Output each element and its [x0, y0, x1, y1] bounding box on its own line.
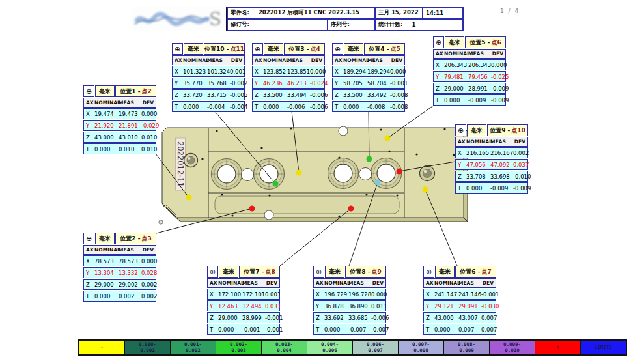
deviation-value: 0.000	[390, 68, 408, 75]
col-dev: DEV	[481, 280, 496, 286]
deviation-value: 0.001	[265, 291, 283, 298]
col-dev: DEV	[141, 100, 156, 106]
measured-value: 33.685	[348, 315, 371, 321]
legend-range-line2: 0.010	[505, 348, 520, 354]
measured-value: 29.002	[119, 281, 141, 288]
svg-text:S: S	[209, 8, 221, 30]
deviation-value: -0.001	[481, 291, 501, 298]
unit-label: 毫米	[184, 43, 203, 55]
revision-label: 修订号:	[231, 21, 249, 29]
deviation-value: 0.002	[513, 150, 531, 156]
box-column-headers: AX NOMINAL MEAS DEV	[313, 278, 386, 288]
nominal-value: 33.692	[324, 315, 348, 321]
nominal-value: 29.121	[434, 303, 458, 309]
box-title-point: 点11	[230, 45, 244, 53]
datum-crosshair-icon: ⊕	[83, 85, 94, 97]
measurement-row: Y 47.056 47.092 0.037	[455, 159, 528, 170]
measured-value: 189.294	[367, 68, 390, 75]
col-ax: AX	[173, 57, 183, 63]
unit-label: 毫米	[344, 43, 363, 55]
nominal-value: 0.000	[444, 97, 468, 104]
unit-label: 毫米	[445, 36, 464, 48]
col-dev: DEV	[310, 57, 324, 63]
deviation-value: -0.005	[230, 92, 249, 98]
nominal-value: 0.000	[94, 293, 119, 300]
datum-crosshair-icon: ⊕	[252, 43, 263, 55]
measurement-row: X 123.852 123.851 0.000	[252, 66, 325, 77]
axis-label: T	[424, 326, 434, 333]
deviation-value: 0.002	[141, 293, 159, 300]
nominal-value: 36.878	[324, 303, 348, 309]
nominal-value: 0.000	[324, 326, 348, 333]
deviation-color-legend: - 0.000- 0.001 0.001- 0.002 0.002- 0.003…	[78, 339, 627, 356]
measured-value: 43.010	[119, 134, 141, 141]
unit-label: 毫米	[467, 124, 486, 136]
nominal-value: 206.343	[444, 62, 468, 68]
deviation-value: 0.000	[141, 258, 159, 265]
measurement-row: Y 21.920 21.891 -0.029	[83, 120, 156, 131]
measured-value: -0.009	[490, 185, 513, 192]
deviation-value: -0.029	[141, 122, 161, 129]
small-hole	[264, 210, 273, 220]
legend-range-cell: 0.002- 0.003	[216, 341, 262, 354]
serial-cell: 序列号:	[327, 20, 374, 30]
deviation-value: 0.000	[141, 111, 159, 117]
measurement-row: T 0.000 0.007 0.007	[423, 324, 496, 335]
col-ax: AX	[84, 247, 94, 253]
bottom-pocket	[215, 196, 399, 214]
nominal-value: 0.000	[94, 146, 119, 152]
col-ax: AX	[456, 139, 466, 145]
nominal-value: 33.500	[343, 92, 367, 98]
box-title-row: ⊕ 毫米 位置1 - 点2	[83, 85, 156, 97]
measured-value: 33.715	[207, 92, 230, 98]
deviation-value: -0.030	[481, 303, 501, 309]
measurement-callout-box: ⊕ 毫米 位置4 - 点5 AX NOMINAL MEAS DEV X 189.…	[332, 43, 405, 112]
legend-range-cell: 0.001- 0.002	[171, 341, 216, 354]
measured-value: 0.002	[119, 293, 141, 300]
deviation-value: 0.011	[371, 303, 389, 309]
time-cell: 14:11	[422, 8, 462, 18]
measured-value: 172.101	[242, 291, 265, 298]
box-title-position: 位置6 -	[460, 268, 480, 276]
axis-label: Y	[173, 80, 183, 87]
datum-crosshair-icon: ⊕	[455, 124, 466, 136]
col-ax: AX	[208, 280, 218, 286]
box-column-headers: AX NOMINAL MEAS DEV	[83, 98, 156, 108]
axis-label: Y	[456, 162, 466, 168]
legend-range-line1: +	[556, 345, 559, 351]
unit-label: 毫米	[325, 266, 344, 278]
col-nominal: NOMINAL	[324, 280, 348, 286]
axis-label: T	[84, 146, 94, 152]
box-title-point: 点9	[371, 268, 381, 276]
bore-hole	[328, 158, 359, 189]
header-info-table: 零件名: 2022012 后模呵11 CNC 2022.3.15 三月 15, …	[227, 7, 464, 31]
axis-label: Y	[314, 303, 324, 309]
deviation-value: -0.004	[230, 104, 249, 110]
box-column-headers: AX NOMINAL MEAS DEV	[423, 278, 496, 288]
axis-label: T	[84, 293, 94, 300]
legend-range-line1: LIMITS	[595, 345, 612, 351]
box-title-row: ⊕ 毫米 位置6 - 点7	[423, 266, 496, 278]
legend-range-cell: 0.009- 0.010	[490, 341, 535, 354]
measured-value: 33.492	[367, 92, 390, 98]
nominal-value: 123.852	[263, 68, 287, 75]
deviation-value: -0.009	[491, 85, 511, 92]
nominal-value: 19.474	[94, 111, 119, 117]
datum-crosshair-icon: ⊕	[207, 266, 218, 278]
nominal-value: 35.770	[183, 80, 207, 87]
deviation-value: 0.028	[141, 270, 159, 276]
measured-value: 46.213	[287, 80, 310, 87]
box-title-position: 位置4 -	[369, 45, 389, 53]
col-dev: DEV	[265, 280, 279, 286]
nominal-value: 0.000	[466, 185, 490, 192]
axis-label: Y	[84, 122, 94, 129]
measured-value: 19.473	[119, 111, 141, 117]
col-meas: MEAS	[242, 280, 265, 286]
box-title-position: 位置3 -	[288, 45, 309, 53]
col-meas: MEAS	[458, 280, 481, 286]
measurement-row: X 189.294 189.294 0.000	[332, 66, 405, 77]
box-title: 位置1 - 点2	[115, 85, 156, 97]
measurement-callout-box: ⊕ 毫米 位置8 - 点9 AX NOMINAL MEAS DEV X 196.…	[313, 266, 386, 335]
axis-label: Z	[208, 315, 218, 321]
axis-label: X	[333, 68, 343, 75]
